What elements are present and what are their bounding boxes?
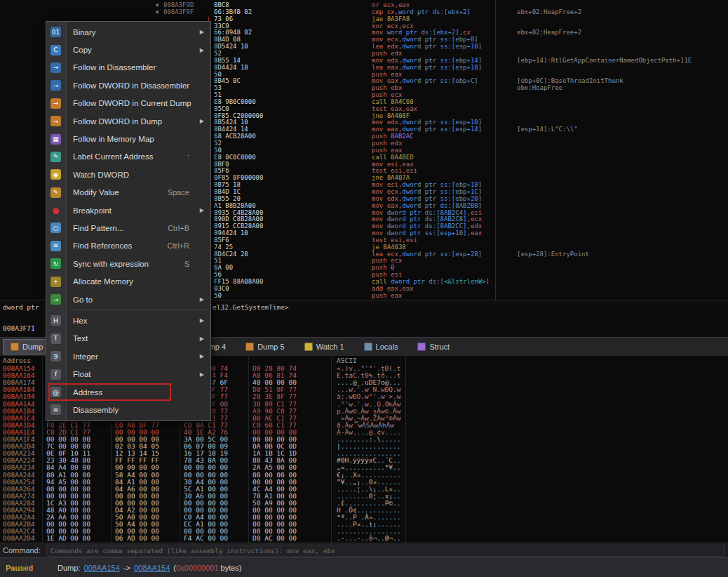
- dump-to-address-link[interactable]: 008AA154: [134, 564, 170, 572]
- tab-watch-1[interactable]: Watch 1: [297, 339, 351, 354]
- menu-item-watch-dword[interactable]: ◉Watch DWORD: [46, 166, 210, 183]
- menu-item-follow-dword-in-current-dump[interactable]: →Follow DWORD in Current Dump: [46, 95, 210, 112]
- label-icon: ✎: [50, 152, 61, 162]
- disasm-instruction: push eax: [372, 147, 402, 154]
- disasm-bytes: 56: [214, 271, 222, 278]
- disasm-bytes: 33C9: [214, 22, 229, 29]
- dump-icon: [245, 343, 254, 351]
- disasm-bytes: 8B55 20: [214, 195, 241, 202]
- disasm-comment: [esp+28]:EntryPoint: [517, 251, 589, 258]
- menu-item-label: Sync with expression: [73, 260, 149, 268]
- menu-item-modify-value[interactable]: ✎Modify ValueSpace: [46, 184, 210, 201]
- menu-item-hex[interactable]: HHex▶: [46, 312, 210, 329]
- submenu-arrow-icon: ▶: [200, 353, 204, 359]
- disasm-bytes: 50: [214, 292, 222, 299]
- disasm-instruction: or ecx,eax: [372, 1, 410, 8]
- dump-row[interactable]: 008AA2D41E AD 00 0006 AD 00 00F4 AC 00 0…: [0, 535, 449, 542]
- menu-item-label-current-address[interactable]: ✎Label Current Address:: [46, 148, 210, 166]
- submenu-arrow-icon: ▶: [200, 29, 204, 35]
- menu-item-breakpoint[interactable]: ●Breakpoint▶: [46, 201, 210, 219]
- submenu-arrow-icon: ▶: [200, 317, 204, 324]
- submenu-arrow-icon: ▶: [200, 296, 204, 303]
- submenu-arrow-icon: ▶: [200, 371, 204, 378]
- allocate-memory-icon: +: [50, 277, 61, 287]
- menu-item-binary[interactable]: 01Binary▶: [46, 23, 210, 41]
- menu-item-go-to[interactable]: →Go to▶: [46, 291, 210, 308]
- menu-item-follow-in-disassembler[interactable]: →Follow in Disassembler: [46, 59, 210, 77]
- menu-item-copy[interactable]: CCopy▶: [46, 41, 210, 58]
- disasm-instruction: call dword ptr ds:[<&lstrlenW>]: [372, 278, 490, 285]
- menu-item-follow-dword-in-dump[interactable]: →Follow DWORD in Dump▶: [46, 112, 210, 130]
- disasm-bytes: 8D4424 18: [214, 64, 248, 71]
- status-dump-label: Dump:: [58, 564, 80, 572]
- disasm-instruction: add eax,eax: [372, 285, 414, 292]
- disasm-instruction: push esi: [372, 271, 402, 278]
- disasm-instruction: push ebx: [372, 84, 402, 91]
- disasm-bytes: 8BF0: [214, 161, 229, 168]
- disasm-row[interactable]: ●008A3F9D0BC8or ecx,eax: [0, 1, 728, 8]
- modify-icon: ✎: [50, 187, 61, 198]
- menu-item-label: Binary: [73, 28, 96, 37]
- submenu-arrow-icon: ▶: [200, 207, 204, 213]
- watch-icon: [304, 343, 313, 351]
- disasm-bytes: 51: [214, 257, 222, 264]
- dump-from-address-link[interactable]: 008AA154: [83, 564, 119, 572]
- disasm-instruction: jne 8A408F: [372, 112, 410, 119]
- disasm-bytes: 85C0: [214, 105, 229, 112]
- menu-item-disassembly[interactable]: ≡Disassembly: [46, 401, 210, 418]
- disasm-instruction: push 8AB2AC: [372, 133, 414, 140]
- disasm-instruction: push edx: [372, 50, 402, 57]
- menu-item-label: Breakpoint: [73, 206, 112, 215]
- disasm-instruction: test esi,esi: [372, 167, 417, 174]
- struct-icon: [417, 343, 426, 351]
- integer-icon: 9: [50, 351, 61, 362]
- tab-locals[interactable]: Locals: [357, 339, 405, 354]
- disasm-comment: [ebp+0C]:BaseThreadInitThunk: [517, 77, 623, 84]
- disasm-bytes: 66:8948 02: [214, 29, 252, 36]
- menu-item-follow-dword-in-disassembler[interactable]: →Follow DWORD in Disassembler: [46, 77, 210, 94]
- dump-row[interactable]: 008AA23484 A4 00 0000 00 00 0000 00 00 0…: [0, 464, 449, 471]
- disasm-comment: ebx+02:HeapFree+2: [517, 8, 581, 15]
- disasm-instruction: mov word ptr ds:[ebx+2],cx: [372, 29, 471, 36]
- text-icon: T: [50, 333, 61, 344]
- menu-item-find-references[interactable]: ≡Find ReferencesCtrl+R: [46, 237, 210, 255]
- dump-hex-group: F4 AC 00 00: [184, 535, 228, 542]
- find-references-icon: ≡: [50, 241, 61, 251]
- disasm-instruction: xor ecx,ecx: [372, 22, 414, 29]
- disasm-instruction: mov edx,dword ptr ss:[ebp+14]: [372, 57, 482, 64]
- menu-shortcut: :: [187, 152, 189, 161]
- menu-item-follow-in-memory-map[interactable]: ▦Follow in Memory Map: [46, 130, 210, 147]
- hex-icon: H: [50, 315, 61, 326]
- dump-ascii: „¤..........*¥..: [337, 464, 401, 471]
- menu-item-sync-with-expression[interactable]: ↻Sync with expressionS: [46, 255, 210, 272]
- command-hint: Commands are comma separated (like assem…: [50, 547, 335, 555]
- menu-item-text[interactable]: TText▶: [46, 330, 210, 347]
- disasm-instruction: je 8A4038: [372, 244, 406, 251]
- disasm-bytes: 73 06: [214, 15, 233, 22]
- disasm-bytes: 8B55 14: [214, 57, 241, 64]
- menu-item-integer[interactable]: 9Integer▶: [46, 347, 210, 365]
- menu-item-allocate-memory[interactable]: +Allocate Memory: [46, 272, 210, 290]
- disasm-bytes: 890D C8B28A00: [214, 215, 263, 223]
- tab-dump-5[interactable]: Dump 5: [238, 339, 292, 354]
- disasm-instruction: lea edx,dword ptr ss:[esp+10]: [372, 43, 482, 50]
- disasm-row[interactable]: ●008A3F9F66:3B4B 02cmp cx,word ptr ds:[e…: [0, 8, 728, 15]
- disasm-comment: ebx+02:HeapFree+2: [517, 29, 581, 36]
- disasm-instruction: jae 8A3FA8: [372, 15, 410, 22]
- command-input[interactable]: Commands are comma separated (like assem…: [46, 545, 725, 557]
- disasm-address: 008A3F9F: [163, 8, 194, 15]
- menu-item-label: Integer: [73, 352, 98, 361]
- disasm-instruction: mov dword ptr ds:[8AB2C4],esi: [372, 209, 482, 216]
- menu-item-find-pattern[interactable]: ○Find Pattern...Ctrl+B: [46, 219, 210, 237]
- command-bar: Command: Commands are comma separated (l…: [0, 543, 728, 557]
- tab-struct[interactable]: Struct: [410, 339, 457, 354]
- disasm-instruction: mov dword ptr ds:[8AB2C8],ecx: [372, 215, 482, 223]
- disasm-instruction: mov esi,dword ptr ss:[ebp+18]: [372, 181, 482, 188]
- tab-label: Watch 1: [316, 343, 344, 351]
- menu-item-float[interactable]: fFloat▶: [46, 365, 210, 383]
- disasm-bytes: E8 0C0C0000: [214, 154, 256, 161]
- menu-item-label: Find Pattern...: [73, 224, 123, 232]
- menu-item-label: Disassembly: [73, 406, 119, 414]
- disasm-instruction: push edx: [372, 140, 402, 147]
- menu-item-address[interactable]: @Address: [46, 383, 210, 401]
